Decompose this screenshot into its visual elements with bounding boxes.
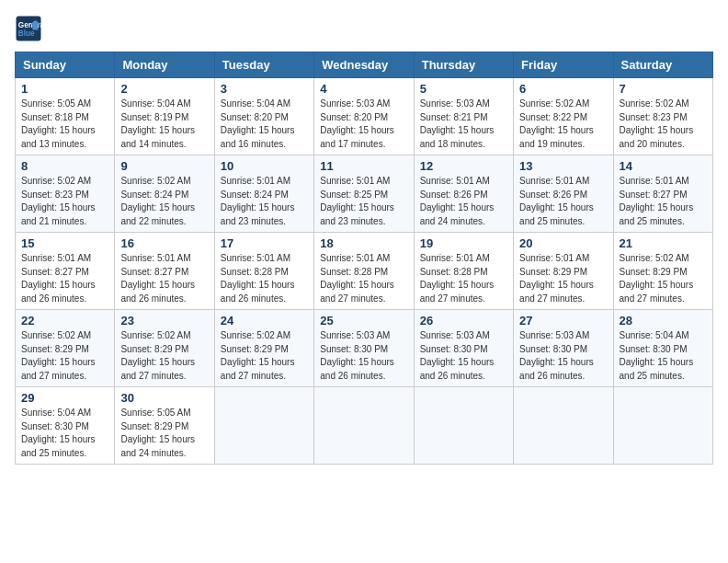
day-detail: Sunrise: 5:02 AMSunset: 8:29 PMDaylight:…: [221, 330, 295, 381]
calendar-day-cell: 1Sunrise: 5:05 AMSunset: 8:18 PMDaylight…: [16, 78, 115, 155]
day-number: 3: [221, 82, 308, 96]
day-number: 2: [120, 82, 208, 96]
day-detail: Sunrise: 5:02 AMSunset: 8:24 PMDaylight:…: [120, 176, 195, 226]
calendar-day-cell: 22Sunrise: 5:02 AMSunset: 8:29 PMDayligh…: [16, 310, 115, 387]
calendar-day-cell: 5Sunrise: 5:03 AMSunset: 8:21 PMDaylight…: [414, 78, 513, 155]
calendar-day-cell: 14Sunrise: 5:01 AMSunset: 8:27 PMDayligh…: [613, 155, 712, 233]
day-detail: Sunrise: 5:04 AMSunset: 8:30 PMDaylight:…: [21, 408, 96, 458]
calendar-day-cell: 19Sunrise: 5:01 AMSunset: 8:28 PMDayligh…: [414, 233, 513, 310]
day-detail: Sunrise: 5:02 AMSunset: 8:22 PMDaylight:…: [519, 98, 594, 149]
calendar-header-sunday: Sunday: [16, 52, 115, 78]
svg-text:Blue: Blue: [18, 29, 35, 38]
day-detail: Sunrise: 5:01 AMSunset: 8:26 PMDaylight:…: [420, 176, 495, 226]
calendar-header-monday: Monday: [115, 52, 214, 78]
calendar-day-cell: [514, 387, 613, 465]
day-number: 19: [420, 236, 507, 250]
calendar-day-cell: 24Sunrise: 5:02 AMSunset: 8:29 PMDayligh…: [214, 310, 313, 387]
day-number: 14: [620, 159, 707, 173]
day-detail: Sunrise: 5:01 AMSunset: 8:24 PMDaylight:…: [221, 176, 295, 226]
day-number: 24: [221, 314, 308, 327]
calendar-day-cell: 15Sunrise: 5:01 AMSunset: 8:27 PMDayligh…: [16, 233, 115, 310]
calendar-header-saturday: Saturday: [613, 52, 712, 78]
day-detail: Sunrise: 5:02 AMSunset: 8:23 PMDaylight:…: [21, 176, 96, 226]
day-detail: Sunrise: 5:02 AMSunset: 8:23 PMDaylight:…: [620, 98, 694, 149]
calendar-header-friday: Friday: [514, 52, 613, 78]
calendar-day-cell: 16Sunrise: 5:01 AMSunset: 8:27 PMDayligh…: [115, 233, 214, 310]
day-detail: Sunrise: 5:04 AMSunset: 8:19 PMDaylight:…: [120, 98, 195, 149]
day-number: 16: [120, 236, 208, 250]
day-detail: Sunrise: 5:01 AMSunset: 8:29 PMDaylight:…: [519, 253, 594, 304]
day-detail: Sunrise: 5:01 AMSunset: 8:27 PMDaylight:…: [120, 253, 195, 304]
day-number: 22: [21, 314, 108, 327]
day-number: 11: [320, 159, 407, 173]
calendar-week-row: 22Sunrise: 5:02 AMSunset: 8:29 PMDayligh…: [16, 310, 713, 387]
day-number: 13: [519, 159, 607, 173]
day-number: 12: [420, 159, 507, 173]
day-detail: Sunrise: 5:01 AMSunset: 8:28 PMDaylight:…: [221, 253, 295, 304]
calendar-day-cell: 23Sunrise: 5:02 AMSunset: 8:29 PMDayligh…: [115, 310, 214, 387]
calendar-day-cell: 10Sunrise: 5:01 AMSunset: 8:24 PMDayligh…: [214, 155, 313, 233]
calendar-week-row: 29Sunrise: 5:04 AMSunset: 8:30 PMDayligh…: [16, 387, 713, 465]
day-number: 6: [519, 82, 607, 96]
calendar-header-tuesday: Tuesday: [214, 52, 313, 78]
calendar-header-row: SundayMondayTuesdayWednesdayThursdayFrid…: [16, 52, 713, 78]
day-number: 8: [21, 159, 108, 173]
day-detail: Sunrise: 5:01 AMSunset: 8:28 PMDaylight:…: [420, 253, 495, 304]
day-number: 1: [21, 82, 108, 96]
day-number: 9: [120, 159, 208, 173]
calendar-day-cell: 11Sunrise: 5:01 AMSunset: 8:25 PMDayligh…: [314, 155, 414, 233]
day-number: 25: [320, 314, 407, 327]
calendar-day-cell: 12Sunrise: 5:01 AMSunset: 8:26 PMDayligh…: [414, 155, 513, 233]
day-detail: Sunrise: 5:04 AMSunset: 8:30 PMDaylight:…: [620, 330, 694, 381]
calendar-day-cell: 2Sunrise: 5:04 AMSunset: 8:19 PMDaylight…: [115, 78, 214, 155]
day-number: 10: [221, 159, 308, 173]
calendar-week-row: 15Sunrise: 5:01 AMSunset: 8:27 PMDayligh…: [16, 233, 713, 310]
calendar-day-cell: 6Sunrise: 5:02 AMSunset: 8:22 PMDaylight…: [514, 78, 613, 155]
calendar-day-cell: 25Sunrise: 5:03 AMSunset: 8:30 PMDayligh…: [314, 310, 414, 387]
calendar-day-cell: 9Sunrise: 5:02 AMSunset: 8:24 PMDaylight…: [115, 155, 214, 233]
calendar-table: SundayMondayTuesdayWednesdayThursdayFrid…: [15, 52, 713, 465]
calendar-day-cell: 17Sunrise: 5:01 AMSunset: 8:28 PMDayligh…: [214, 233, 313, 310]
calendar-day-cell: 8Sunrise: 5:02 AMSunset: 8:23 PMDaylight…: [16, 155, 115, 233]
logo-icon: General Blue: [15, 15, 42, 42]
day-detail: Sunrise: 5:01 AMSunset: 8:27 PMDaylight:…: [620, 176, 694, 226]
day-number: 4: [320, 82, 407, 96]
day-detail: Sunrise: 5:03 AMSunset: 8:20 PMDaylight:…: [320, 98, 394, 149]
day-detail: Sunrise: 5:02 AMSunset: 8:29 PMDaylight:…: [620, 253, 694, 304]
calendar-day-cell: 21Sunrise: 5:02 AMSunset: 8:29 PMDayligh…: [613, 233, 712, 310]
day-number: 28: [620, 314, 707, 327]
day-detail: Sunrise: 5:05 AMSunset: 8:18 PMDaylight:…: [21, 98, 96, 149]
day-number: 18: [320, 236, 407, 250]
calendar-day-cell: 13Sunrise: 5:01 AMSunset: 8:26 PMDayligh…: [514, 155, 613, 233]
calendar-day-cell: [414, 387, 513, 465]
day-detail: Sunrise: 5:03 AMSunset: 8:21 PMDaylight:…: [420, 98, 495, 149]
calendar-day-cell: [214, 387, 313, 465]
day-number: 29: [21, 391, 108, 405]
svg-text:General: General: [18, 21, 42, 29]
calendar-week-row: 8Sunrise: 5:02 AMSunset: 8:23 PMDaylight…: [16, 155, 713, 233]
day-number: 17: [221, 236, 308, 250]
day-number: 21: [620, 236, 707, 250]
day-number: 15: [21, 236, 108, 250]
day-detail: Sunrise: 5:01 AMSunset: 8:26 PMDaylight:…: [519, 176, 594, 226]
calendar-day-cell: 7Sunrise: 5:02 AMSunset: 8:23 PMDaylight…: [613, 78, 712, 155]
day-detail: Sunrise: 5:02 AMSunset: 8:29 PMDaylight:…: [21, 330, 96, 381]
day-detail: Sunrise: 5:04 AMSunset: 8:20 PMDaylight:…: [221, 98, 295, 149]
day-number: 30: [120, 391, 208, 405]
day-number: 27: [519, 314, 607, 327]
day-detail: Sunrise: 5:05 AMSunset: 8:29 PMDaylight:…: [120, 408, 195, 458]
page-header: General Blue: [15, 15, 713, 42]
day-detail: Sunrise: 5:03 AMSunset: 8:30 PMDaylight:…: [320, 330, 394, 381]
logo: General Blue: [15, 15, 42, 42]
calendar-header-thursday: Thursday: [414, 52, 513, 78]
calendar-day-cell: 29Sunrise: 5:04 AMSunset: 8:30 PMDayligh…: [16, 387, 115, 465]
day-detail: Sunrise: 5:01 AMSunset: 8:25 PMDaylight:…: [320, 176, 394, 226]
day-detail: Sunrise: 5:03 AMSunset: 8:30 PMDaylight:…: [420, 330, 495, 381]
day-number: 23: [120, 314, 208, 327]
calendar-day-cell: 18Sunrise: 5:01 AMSunset: 8:28 PMDayligh…: [314, 233, 414, 310]
day-detail: Sunrise: 5:01 AMSunset: 8:27 PMDaylight:…: [21, 253, 96, 304]
day-detail: Sunrise: 5:03 AMSunset: 8:30 PMDaylight:…: [519, 330, 594, 381]
calendar-week-row: 1Sunrise: 5:05 AMSunset: 8:18 PMDaylight…: [16, 78, 713, 155]
calendar-day-cell: 28Sunrise: 5:04 AMSunset: 8:30 PMDayligh…: [613, 310, 712, 387]
day-number: 7: [620, 82, 707, 96]
